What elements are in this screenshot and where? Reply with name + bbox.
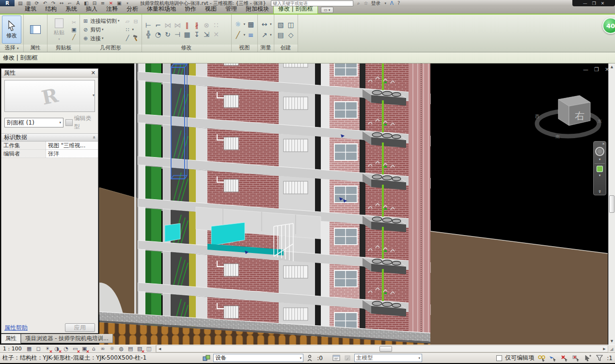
navbar-wheel-dropdown-icon[interactable]: ▾: [599, 158, 601, 161]
palette-close-icon[interactable]: ✕: [91, 70, 95, 76]
create-assembly-icon[interactable]: ◇: [286, 31, 296, 39]
split-with-gap-icon[interactable]: ∦: [192, 21, 202, 30]
aligned-dimension-icon[interactable]: ↗: [260, 31, 269, 39]
switch-windows-icon[interactable]: ▣: [116, 0, 122, 6]
worksets-icon[interactable]: [202, 354, 211, 362]
paste-button[interactable]: 粘贴▾: [49, 16, 69, 44]
worksharing-display-icon[interactable]: ◍: [118, 346, 125, 352]
cut-icon[interactable]: ✂: [70, 19, 78, 26]
match-type-icon[interactable]: ╱: [70, 33, 78, 40]
application-menu-button[interactable]: R: [0, 0, 15, 6]
edit-type-button[interactable]: 编辑类型: [65, 114, 95, 131]
design-option-select[interactable]: 主模型▾: [354, 354, 422, 362]
hide-elements-icon[interactable]: ☼: [234, 20, 243, 29]
properties-help-link[interactable]: 属性帮助: [4, 324, 28, 332]
scroll-down-icon[interactable]: ▼: [611, 338, 613, 345]
cut-geometry-button[interactable]: ⊘剪切▾: [82, 26, 120, 33]
ribbon-display-toggle[interactable]: ▭▾: [321, 7, 333, 13]
crop-region-visibility-icon[interactable]: ▣: [81, 346, 88, 352]
apply-button[interactable]: 应用: [65, 323, 95, 332]
create-group-icon[interactable]: ◫: [286, 20, 296, 29]
crop-view-icon[interactable]: ▭: [72, 346, 79, 352]
panel-label-create[interactable]: 创建: [274, 45, 298, 52]
shadows-icon[interactable]: ◑: [53, 346, 61, 352]
move-icon[interactable]: ╬: [144, 30, 153, 39]
create-parts-icon[interactable]: ▤: [276, 31, 285, 39]
dimension-icon[interactable]: ⌐: [67, 0, 73, 6]
active-workset-select[interactable]: 设备▾: [213, 354, 303, 362]
help-icon[interactable]: ?: [397, 0, 400, 6]
3d-view-icon[interactable]: ◧: [83, 0, 89, 6]
zoom-tool-icon[interactable]: [597, 166, 603, 172]
trim-extend-icon[interactable]: ⊣: [173, 30, 182, 39]
panel-label-geometry[interactable]: 几何图形: [80, 45, 142, 52]
text-icon[interactable]: A: [75, 0, 81, 6]
undo-icon[interactable]: ↶: [42, 0, 48, 6]
render-icon[interactable]: ▩: [246, 20, 255, 29]
filter-icon[interactable]: [595, 354, 604, 362]
signin-label[interactable]: 登录: [371, 0, 381, 6]
save-icon[interactable]: ▥: [26, 0, 32, 6]
panel-label-measure[interactable]: 测量: [258, 45, 274, 52]
resize-grip[interactable]: ◢: [608, 347, 615, 351]
steering-wheel-icon[interactable]: [595, 147, 604, 156]
view-scale[interactable]: 1 : 100: [3, 346, 22, 352]
selected-section-box[interactable]: [171, 64, 187, 179]
property-row-edited-by[interactable]: 编辑者 张洋: [1, 150, 98, 158]
thin-lines-toggle-icon[interactable]: ≡: [246, 31, 255, 39]
mirror-draw-icon[interactable]: ⋈: [173, 21, 182, 30]
legend-component-icon[interactable]: ▧: [276, 20, 285, 29]
help-search-input[interactable]: [271, 0, 353, 6]
cancel-request-icon[interactable]: [572, 354, 581, 362]
matrix-icon[interactable]: ▦: [183, 30, 192, 39]
panel-label-select[interactable]: 选择 ▾: [0, 45, 23, 52]
worksharing-glasses-icon[interactable]: [537, 354, 546, 362]
close-icon[interactable]: ✕: [601, 1, 605, 6]
linework-brush-icon[interactable]: ╱: [234, 31, 243, 39]
cope-icon[interactable]: ▱: [124, 18, 131, 25]
beam-cutback-icon[interactable]: ⊟: [132, 18, 140, 25]
exchange-icon[interactable]: ☆: [364, 0, 368, 6]
relinquish-icon[interactable]: [560, 354, 569, 362]
signin-dropdown-icon[interactable]: ▾: [385, 1, 387, 5]
navigation-bar[interactable]: ✕ ▾ ▾ ⊽: [593, 141, 606, 195]
identity-data-section-header[interactable]: 标识数据 «: [1, 133, 98, 142]
copy-icon[interactable]: ▣: [70, 26, 78, 33]
rendering-dialog-icon[interactable]: ◔: [63, 346, 70, 352]
properties-button[interactable]: [26, 16, 45, 44]
displacement-sets-icon[interactable]: ◫: [145, 346, 153, 352]
temporary-hide-isolate-icon[interactable]: ∞: [99, 346, 107, 352]
copy-element-icon[interactable]: ◔: [154, 30, 163, 39]
wall-joins-icon[interactable]: ∷: [124, 26, 131, 33]
thin-lines-icon[interactable]: ≡: [100, 0, 106, 6]
array-disabled-icon[interactable]: ∷: [212, 21, 221, 30]
qat-customize-icon[interactable]: ▾: [125, 1, 130, 5]
unpin-icon[interactable]: ⊗: [202, 21, 211, 30]
make-editable-icon[interactable]: [549, 354, 557, 362]
section-icon[interactable]: ⊟: [92, 0, 97, 6]
sun-path-icon[interactable]: ☀: [44, 346, 51, 352]
panel-label-modify[interactable]: 修改: [142, 45, 231, 52]
navbar-close-icon[interactable]: ✕: [602, 142, 605, 146]
detail-level-icon[interactable]: ▦: [26, 346, 33, 352]
align-icon[interactable]: ⊢: [144, 21, 153, 30]
vertical-scroll-thumb[interactable]: [609, 195, 615, 213]
split-element-icon[interactable]: ∥: [183, 21, 192, 30]
panel-label-view[interactable]: 视图: [232, 45, 258, 52]
reveal-hidden-elements-icon[interactable]: ☼: [109, 346, 116, 352]
editable-only-checkbox[interactable]: [496, 355, 502, 361]
horizontal-scroll-thumb[interactable]: [379, 346, 392, 352]
panel-label-clipboard[interactable]: 剪贴板: [47, 45, 79, 52]
sync-icon[interactable]: ⟳: [34, 0, 40, 6]
search-icon[interactable]: ⌕: [357, 0, 360, 6]
view-lock-icon[interactable]: ⌂: [90, 346, 97, 352]
autodesk360-icon[interactable]: Λ: [390, 0, 394, 6]
tab-properties-palette[interactable]: 属性: [1, 334, 21, 344]
modify-button[interactable]: 修改: [2, 16, 21, 44]
offset-icon[interactable]: ⌐: [154, 21, 163, 30]
measure-tool-icon[interactable]: ↔: [260, 20, 269, 29]
tab-project-browser[interactable]: 项目浏览器 - 技师学院机电培训...: [21, 334, 113, 343]
mirror-axis-icon[interactable]: ⋈: [163, 21, 173, 30]
select-arrows-icon[interactable]: [583, 354, 592, 362]
scale-icon[interactable]: ⇲: [202, 30, 211, 39]
